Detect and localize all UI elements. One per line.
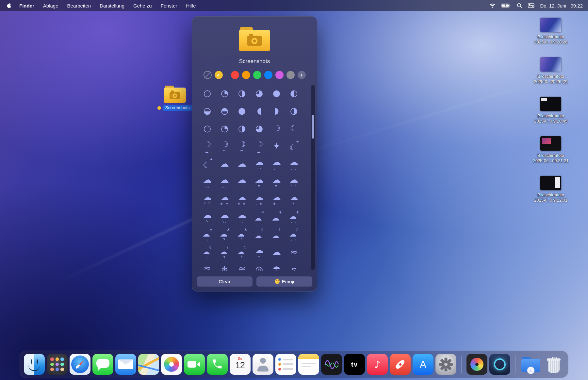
symbol-cloud-hail[interactable]: ☁° ° (285, 173, 302, 190)
symbol-moonphase-first-quarter[interactable]: ◑ (233, 84, 251, 102)
symbol-cloud-drizzle-fill[interactable]: ☁· · (233, 173, 251, 190)
symbol-cloud-snow[interactable]: ☁∗ ∗ (216, 190, 233, 208)
symbol-circle-alt[interactable]: ○ (199, 120, 216, 137)
symbol-cloud-moon[interactable]: ☁☾ (251, 225, 268, 243)
symbol-cloud-rain[interactable]: ☁‚ ‚ (268, 155, 285, 173)
symbol-moonphase-gibbous-alt[interactable]: ◕ (251, 120, 268, 137)
symbol-moonset[interactable]: ☽▂ (199, 137, 216, 155)
symbol-cloud-hail-fill[interactable]: ☁° ° (199, 190, 216, 208)
symbol-cloud-bolt-rain-fill[interactable]: ☁‚ϟ (233, 208, 251, 225)
swatch-red[interactable] (231, 71, 239, 79)
screenshots-folder-icon[interactable] (164, 86, 186, 103)
symbol-cloud-sun[interactable]: ☁☀ (251, 208, 268, 225)
symbol-cloud-sun-rain[interactable]: ☁☀‚ ‚ (285, 208, 302, 225)
apple-menu-icon[interactable] (7, 2, 12, 9)
symbol-cloud-moon-rain-fill[interactable]: ☁☾‚‚ (199, 243, 216, 261)
symbol-cloud-bolt[interactable]: ☁ϟ (285, 190, 302, 208)
symbol-cloud-moon-fill[interactable]: ☁☾ (268, 225, 285, 243)
symbol-moonphase-waning-gibbous[interactable]: ◐ (285, 84, 302, 102)
dock-safari-icon[interactable] (70, 354, 90, 375)
dock-reminders-icon[interactable] (275, 354, 296, 375)
dock-appstore-icon[interactable]: A (413, 354, 433, 375)
scrollbar-track[interactable] (311, 85, 315, 270)
swatch-green[interactable] (253, 71, 261, 79)
symbol-cloud-heavyrain[interactable]: ☁„„ (199, 173, 216, 190)
symbol-moonphase-quarter-alt[interactable]: ◑ (233, 120, 251, 137)
dock-waveform-icon[interactable] (321, 354, 342, 375)
symbol-moonphase-waxing-gibbous[interactable]: ◕ (251, 84, 268, 102)
symbol-moon[interactable]: ☽ (268, 120, 285, 137)
swatch-blue[interactable] (264, 71, 272, 79)
dock-contacts-icon[interactable] (253, 354, 273, 375)
menu-item-darstellung[interactable]: Darstellung (100, 3, 124, 8)
menu-item-ablage[interactable]: Ablage (43, 3, 58, 8)
battery-icon[interactable] (501, 3, 511, 8)
symbol-moon-stars[interactable]: ☾✦ (199, 155, 216, 173)
menu-item-bearbeiten[interactable]: Bearbeiten (67, 3, 91, 8)
dock-settings-icon[interactable] (435, 354, 456, 375)
desktop-file-4[interactable]: Bildschirmfoto2025-06...09.21.21 (522, 136, 580, 163)
symbol-moonphase-waxing-crescent[interactable]: ◔ (216, 84, 233, 102)
desktop-file-3[interactable]: Bildschirmfoto2025-0...09.20.45 (522, 97, 580, 124)
symbol-cloud-sun-rain-fill[interactable]: ☁☀‚‚ (199, 225, 216, 243)
dock-photos-icon[interactable] (161, 354, 182, 375)
wifi-icon[interactable] (489, 3, 496, 8)
symbol-cloud-fill[interactable]: ☁ (233, 155, 251, 173)
dock-mail-icon[interactable] (115, 354, 136, 375)
symbol-cloud-fog[interactable]: ☁≡ (251, 173, 268, 190)
desktop-folder-screenshots[interactable]: Screenshots (156, 86, 193, 111)
symbol-moonphase-waxing-alt[interactable]: ◔ (216, 120, 233, 137)
dock-photo-editor-icon[interactable] (466, 354, 487, 375)
symbol-cloud-sleet-fill[interactable]: ☁∗ ‚ (268, 190, 285, 208)
symbol-cloud-moon-bolt-fill[interactable]: ☁☾ϟ (233, 243, 251, 261)
symbol-cloud-rain-alt[interactable]: ☁‚ ‚ (285, 155, 302, 173)
dock-launchpad-icon[interactable] (47, 354, 68, 375)
swatch-gray[interactable] (286, 71, 295, 79)
menu-item-hilfe[interactable]: Hilfe (186, 3, 196, 8)
symbol-moon-haze[interactable]: ☽≈ (233, 137, 251, 155)
dock-calendar-icon[interactable]: Do12 (230, 354, 251, 375)
menu-clock[interactable]: 09:22 (570, 3, 583, 8)
symbol-moon-plus[interactable]: ☾+ (285, 137, 302, 155)
menu-item-gehe-zu[interactable]: Gehe zu (133, 3, 152, 8)
symbol-moonphase-crescent-right[interactable]: ◗ (268, 102, 285, 120)
symbol-cloud-moon-bolt[interactable]: ☁☾ϟ (216, 243, 233, 261)
symbol-circle[interactable]: ○ (199, 84, 216, 102)
symbol-cloud-moon-rain[interactable]: ☁☾‚ ‚ (285, 225, 302, 243)
symbol-smoke-fill[interactable]: ☁ (268, 243, 285, 261)
desktop-file-2[interactable]: Bildschirmfoto2025-0...20.26 (2) (522, 57, 580, 84)
menu-item-finder[interactable]: Finder (19, 3, 34, 8)
symbol-moonphase-full-moon[interactable]: ● (268, 84, 285, 102)
dock-music-icon[interactable]: ♪ (367, 354, 388, 375)
symbol-cloud-drizzle[interactable]: ☁· · (251, 155, 268, 173)
dock-finder-icon[interactable] (24, 354, 45, 375)
symbol-drop[interactable]: ▿ (285, 261, 302, 271)
dock-messages-icon[interactable] (92, 354, 113, 375)
swatch-purple[interactable] (275, 71, 284, 79)
menu-date[interactable]: Do. 12. Juni (540, 3, 566, 8)
swatch-add-color[interactable]: + (298, 71, 306, 79)
symbol-moonphase-half[interactable]: ◑ (285, 102, 302, 120)
dock-phone-icon[interactable] (207, 354, 228, 375)
symbol-tornado[interactable]: ≋ (233, 261, 251, 271)
symbol-moonphase-new-moon[interactable]: ● (233, 102, 251, 120)
swatch-no-color-icon[interactable] (204, 71, 212, 79)
symbol-cloud-fog-fill[interactable]: ☁≡ (268, 173, 285, 190)
dock-rocket-icon[interactable] (390, 354, 411, 375)
desktop-folder-label[interactable]: Screenshots (157, 105, 192, 111)
clear-button[interactable]: Clear (197, 276, 253, 287)
symbol-cloud-sun-bolt[interactable]: ☁☀ϟ (216, 225, 233, 243)
symbol-moonrise[interactable]: ☽~ (216, 137, 233, 155)
swatch-yellow[interactable]: ✓ (215, 71, 223, 79)
swatch-orange[interactable] (242, 71, 250, 79)
symbol-moonphase-crescent-left[interactable]: ◖ (251, 102, 268, 120)
dock-trash-icon[interactable] (543, 354, 564, 375)
scrollbar-thumb[interactable] (312, 115, 314, 139)
emoji-button[interactable]: Emoji (256, 276, 312, 287)
dock-appletv-icon[interactable]: tv (344, 354, 365, 375)
desktop-file-5[interactable]: Bildschirmfoto2025-0...09.22.01 (522, 176, 580, 203)
symbol-cloud-sleet[interactable]: ☁‚ ∗ (251, 190, 268, 208)
symbol-cloud-sun-bolt-fill[interactable]: ☁☀ϟ (233, 225, 251, 243)
symbol-sparkles[interactable]: ✦ (268, 137, 285, 155)
symbol-hurricane[interactable]: ◎ (251, 261, 268, 271)
